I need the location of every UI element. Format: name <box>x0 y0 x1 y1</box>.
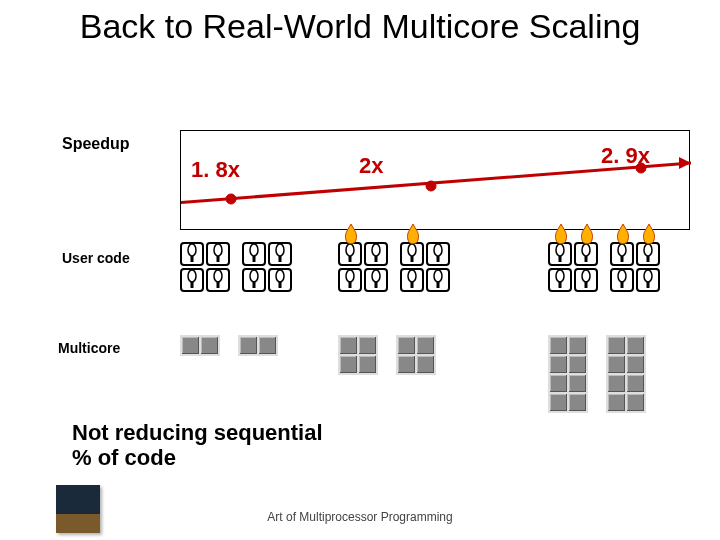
svg-point-31 <box>434 244 442 256</box>
svg-rect-12 <box>217 282 220 288</box>
multicore-group-3 <box>548 335 646 413</box>
svg-rect-34 <box>411 282 414 288</box>
multicore-label: Multicore <box>58 340 120 356</box>
flame-icon <box>640 224 658 248</box>
thread-icon <box>242 268 266 292</box>
chip-icon <box>238 335 278 356</box>
svg-point-27 <box>372 270 380 282</box>
svg-point-41 <box>556 270 564 282</box>
svg-point-9 <box>188 270 196 282</box>
user-code-group-1 <box>180 242 296 292</box>
svg-rect-14 <box>253 256 256 262</box>
svg-rect-46 <box>621 256 624 262</box>
svg-rect-36 <box>437 282 440 288</box>
multicore-group-1 <box>180 335 278 356</box>
svg-point-33 <box>408 270 416 282</box>
svg-point-3 <box>426 181 436 191</box>
svg-point-7 <box>214 244 222 256</box>
thread-icon <box>574 268 598 292</box>
speedup-chart: 1. 8x 2x 2. 9x <box>180 130 690 230</box>
chip-icon <box>548 335 588 413</box>
speedup-label: Speedup <box>62 135 130 153</box>
svg-line-0 <box>181 163 691 203</box>
svg-point-17 <box>250 270 258 282</box>
svg-point-49 <box>618 270 626 282</box>
thread-icon <box>180 268 204 292</box>
user-code-group-3 <box>548 242 688 292</box>
speedup-value-2: 2x <box>359 153 383 179</box>
svg-point-23 <box>372 244 380 256</box>
chip-icon <box>338 335 378 375</box>
thread-icon <box>636 268 660 292</box>
svg-rect-32 <box>437 256 440 262</box>
svg-point-19 <box>276 270 284 282</box>
svg-rect-16 <box>279 256 282 262</box>
svg-rect-24 <box>375 256 378 262</box>
svg-marker-1 <box>679 157 691 169</box>
svg-point-35 <box>434 270 442 282</box>
svg-rect-8 <box>217 256 220 262</box>
svg-point-51 <box>644 270 652 282</box>
thread-icon <box>206 242 230 266</box>
speedup-value-3: 2. 9x <box>601 143 650 169</box>
thread-icon <box>268 242 292 266</box>
svg-rect-42 <box>559 282 562 288</box>
multicore-group-2 <box>338 335 436 375</box>
user-code-group-2 <box>338 242 454 292</box>
svg-rect-28 <box>375 282 378 288</box>
svg-point-11 <box>214 270 222 282</box>
svg-point-2 <box>226 194 236 204</box>
svg-rect-6 <box>191 256 194 262</box>
svg-rect-48 <box>647 256 650 262</box>
thread-icon <box>548 268 572 292</box>
flame-icon <box>552 224 570 248</box>
thread-icon <box>364 242 388 266</box>
svg-rect-44 <box>585 282 588 288</box>
svg-point-15 <box>276 244 284 256</box>
svg-rect-50 <box>621 282 624 288</box>
svg-point-13 <box>250 244 258 256</box>
thread-icon <box>400 268 424 292</box>
flame-icon <box>614 224 632 248</box>
flame-icon <box>342 224 360 248</box>
chip-icon <box>606 335 646 413</box>
thread-icon <box>364 268 388 292</box>
thread-icon <box>338 268 362 292</box>
flame-icon <box>404 224 422 248</box>
svg-point-25 <box>346 270 354 282</box>
svg-rect-18 <box>253 282 256 288</box>
flame-icon <box>578 224 596 248</box>
chip-icon <box>396 335 436 375</box>
chip-icon <box>180 335 220 356</box>
svg-rect-52 <box>647 282 650 288</box>
thread-icon <box>242 242 266 266</box>
thread-icon <box>426 268 450 292</box>
thread-icon <box>610 268 634 292</box>
svg-rect-22 <box>349 256 352 262</box>
svg-point-43 <box>582 270 590 282</box>
page-title: Back to Real-World Multicore Scaling <box>0 0 720 45</box>
svg-rect-30 <box>411 256 414 262</box>
svg-rect-40 <box>585 256 588 262</box>
svg-rect-10 <box>191 282 194 288</box>
svg-rect-26 <box>349 282 352 288</box>
caption: Not reducing sequential% of code <box>72 420 323 471</box>
svg-rect-38 <box>559 256 562 262</box>
thread-icon <box>426 242 450 266</box>
svg-point-5 <box>188 244 196 256</box>
thread-icon <box>180 242 204 266</box>
book-icon <box>56 485 100 533</box>
footer: Art of Multiprocessor Programming <box>0 510 720 524</box>
user-code-label: User code <box>62 250 130 266</box>
svg-rect-20 <box>279 282 282 288</box>
thread-icon <box>268 268 292 292</box>
thread-icon <box>206 268 230 292</box>
speedup-value-1: 1. 8x <box>191 157 240 183</box>
